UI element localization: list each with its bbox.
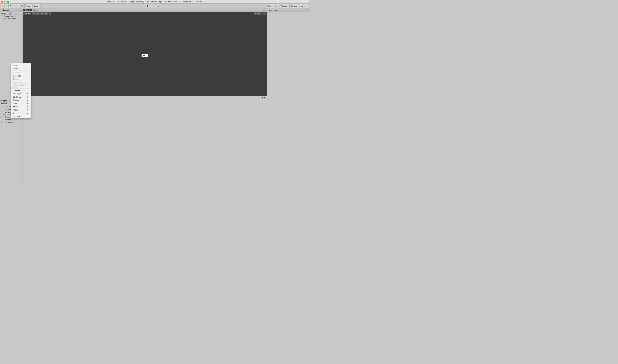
inspector-lock-button[interactable]: 🔒 <box>306 9 308 11</box>
scene-panel: Scene Game 🔒 Shaded ▾ 2D ☀ 🔊 ✨ 0 Gizmos <box>23 8 267 99</box>
maximize-button[interactable] <box>7 1 9 3</box>
menu-create-empty[interactable]: Create Empty <box>11 89 31 92</box>
favorites-arrow: ▾ <box>1 106 3 108</box>
layers-dropdown-arrow: ▾ <box>297 5 298 7</box>
3d-object-arrow: ▶ <box>27 93 28 94</box>
audio-arrow: ▶ <box>27 106 28 107</box>
menu-3d-object[interactable]: 3D Object ▶ <box>11 92 31 95</box>
hierarchy-camera-item[interactable]: 📷 Main Camera <box>0 17 23 20</box>
main-toolbar: ✋ ✛ ↺ ⤡ ▭ ⊞ Pivot ▾ Local ▾ ▶ ⏸ ⏭ Collab… <box>0 4 309 8</box>
step-button[interactable]: ⏭ <box>156 4 160 8</box>
light-arrow: ▶ <box>27 103 28 104</box>
menu-rename: Rename <box>11 71 31 74</box>
inspector-content <box>267 12 309 99</box>
pivot-dropdown-arrow: ▾ <box>31 5 31 7</box>
collab-button[interactable]: Collab ▼ <box>265 4 275 8</box>
menu-2d-object[interactable]: 2D Object ▶ <box>11 95 31 99</box>
local-dropdown-arrow: ▾ <box>39 5 40 7</box>
gizmos-arrow: ▾ <box>261 13 261 14</box>
assets-area <box>23 99 309 182</box>
hierarchy-create-button[interactable]: Create ▼ <box>1 12 8 14</box>
hierarchy-scene-item[interactable]: ▾ ⬡ SampleScene <box>0 15 23 17</box>
menu-duplicate[interactable]: Duplicate <box>11 74 31 78</box>
hierarchy-filter-button[interactable]: All <box>9 12 12 14</box>
menu-delete[interactable]: Delete <box>11 78 31 81</box>
favorites-icon: ★ <box>3 106 4 108</box>
scene-tab[interactable]: Scene <box>23 9 32 11</box>
lighting-button[interactable]: ☀ <box>36 12 40 15</box>
scene-bottom-bar: 🔍 ◀ ▶ <box>23 96 267 99</box>
scale-tool-button[interactable]: ⤡ <box>12 4 16 8</box>
hand-tool-button[interactable]: ✋ <box>1 4 4 8</box>
local-dropdown[interactable]: Local ▾ <box>33 4 41 8</box>
cloud-button[interactable]: ☁ <box>275 4 279 8</box>
window-title: Unity 2019.1.5f1 Personal - SampleScene.… <box>107 1 202 3</box>
account-dropdown[interactable]: Account ▾ <box>280 4 289 8</box>
inspector-tab[interactable]: Inspector <box>268 9 278 11</box>
game-tab[interactable]: Game <box>32 9 40 11</box>
menu-video[interactable]: Video ▶ <box>11 108 31 111</box>
menu-select-children: Select Children <box>11 81 31 85</box>
audio-button[interactable]: 🔊 <box>40 12 44 15</box>
project-create-button[interactable]: Create ▼ <box>1 102 8 105</box>
camera-svg-icon <box>141 52 149 58</box>
menu-camera[interactable]: Camera <box>11 115 31 118</box>
menu-audio[interactable]: Audio ▶ <box>11 105 31 108</box>
account-dropdown-arrow: ▾ <box>288 5 288 7</box>
inspector-tab-bar: Inspector 🔒 <box>267 8 309 12</box>
window-controls[interactable] <box>1 1 9 3</box>
video-arrow: ▶ <box>27 109 28 111</box>
play-button[interactable]: ▶ <box>146 4 150 8</box>
pause-button[interactable]: ⏸ <box>151 4 155 8</box>
title-bar: Unity 2019.1.5f1 Personal - SampleScene.… <box>0 0 309 4</box>
top-row: Hierarchy 🔒 Create ▼ All ▾ ⬡ SampleScene <box>0 8 309 99</box>
menu-paste[interactable]: Paste <box>11 67 31 70</box>
all-prefabs-icon <box>3 114 5 115</box>
rect-tool-button[interactable]: ▭ <box>16 4 20 8</box>
camera-icon: 📷 <box>3 18 4 20</box>
project-tab[interactable]: Project <box>0 99 9 102</box>
scenes-icon: 📁 <box>3 119 5 120</box>
scenes-item[interactable]: 📁 Scenes <box>0 118 22 121</box>
shaded-arrow: ▾ <box>30 13 31 14</box>
pivot-dropdown[interactable]: Pivot ▾ <box>25 4 33 8</box>
scene-nav-button1[interactable]: ◀ <box>261 96 264 99</box>
move-tool-button[interactable]: ✛ <box>4 4 8 8</box>
account-label: Account <box>281 5 287 7</box>
layers-dropdown[interactable]: Layers ▾ <box>290 4 299 8</box>
menu-light[interactable]: Light ▶ <box>11 102 31 105</box>
all-models-icon <box>3 111 5 113</box>
layers-label: Layers <box>291 5 297 7</box>
packages-item[interactable]: ▸ 📁 Packages <box>0 121 22 124</box>
hierarchy-lock-button[interactable]: 🔒 <box>20 9 22 11</box>
pause-icon: ⏸ <box>152 5 154 7</box>
hierarchy-tab[interactable]: Hierarchy <box>1 9 12 11</box>
menu-separator-3 <box>11 88 31 89</box>
scene-filter-button[interactable]: All <box>263 12 266 15</box>
step-icon: ⏭ <box>157 5 159 7</box>
toolbar-right: Collab ▼ ☁ Account ▾ Layers ▾ Layout ▾ <box>265 4 308 8</box>
menu-ui[interactable]: UI ▶ <box>11 111 31 115</box>
context-menu: Copy Paste Rename Duplicate Delete Selec… <box>11 63 31 118</box>
skybox-button[interactable]: 0 <box>49 12 51 15</box>
scene-lock-button[interactable]: 🔒 <box>262 9 266 11</box>
menu-effects[interactable]: Effects ▶ <box>11 99 31 102</box>
all-materials-icon <box>3 109 5 110</box>
2d-button[interactable]: 2D <box>32 12 36 15</box>
hierarchy-tab-bar: Hierarchy 🔒 <box>0 8 23 12</box>
rotate-tool-button[interactable]: ↺ <box>8 4 12 8</box>
layout-dropdown[interactable]: Layout ▾ <box>300 4 308 8</box>
shaded-dropdown[interactable]: Shaded ▾ <box>23 12 31 15</box>
scene-nav-button2[interactable]: ▶ <box>264 96 266 99</box>
minimize-button[interactable] <box>4 1 6 3</box>
menu-copy[interactable]: Copy <box>11 64 31 67</box>
close-button[interactable] <box>1 1 3 3</box>
svg-marker-1 <box>146 53 148 57</box>
gizmos-dropdown[interactable]: Gizmos ▾ <box>254 12 262 15</box>
layout-dropdown-arrow: ▾ <box>307 5 307 7</box>
collab-label: Collab ▼ <box>266 5 274 7</box>
fx-button[interactable]: ✨ <box>44 12 48 15</box>
menu-select-prefab-root: Select Prefab Root <box>11 85 31 88</box>
transform-tool-button[interactable]: ⊞ <box>20 4 24 8</box>
cloud-icon: ☁ <box>276 5 278 7</box>
